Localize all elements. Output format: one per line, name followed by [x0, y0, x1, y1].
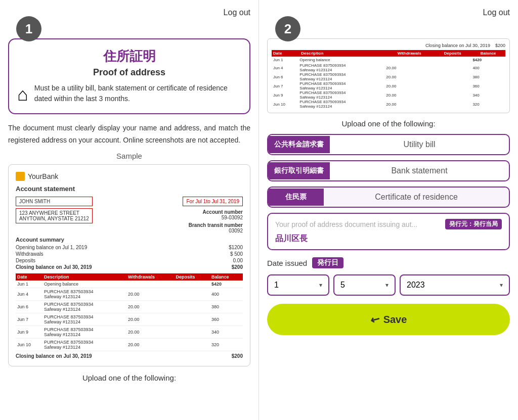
- step-2-circle: 2: [275, 16, 300, 41]
- right-bank-preview: Closing balance on Jul 30, 2019 $200 Dat…: [267, 38, 510, 113]
- save-button[interactable]: ↙ Save: [267, 304, 510, 335]
- bank-transaction-table: Date Description Withdrawals Deposits Ba…: [16, 273, 243, 351]
- upload-label-right: Upload one of the following:: [267, 119, 510, 128]
- bank-address: 123 ANYWHERE STREET ANYTOWN, ANYSTATE 21…: [16, 208, 93, 223]
- bank-logo-name: YourBank: [28, 172, 58, 180]
- left-panel: 1 Log out 住所証明 Proof of address ⌂ Must b…: [0, 0, 259, 420]
- table-row: Jun 1Opening balance$420: [16, 281, 243, 288]
- table-row: Jun 10PURCHASE 837503934Safeway #1231242…: [16, 338, 243, 351]
- year-dropdown[interactable]: 2023 ▾: [400, 274, 510, 296]
- option-certificate-of-residence[interactable]: 住民票 Certificate of residence: [267, 186, 510, 208]
- issuer-value: 品川区長: [275, 234, 502, 244]
- table-row: Jun 9PURCHASE 837503934Safeway #12312420…: [16, 325, 243, 338]
- bank-branch-transit: Branch transit number 03092: [183, 222, 243, 234]
- upload-label-left: Upload one of the following:: [8, 374, 250, 382]
- right-header: Log out: [267, 8, 510, 17]
- bank-period: For Jul 1to Jul 31, 2019: [183, 197, 243, 206]
- option-utility-bill[interactable]: 公共料金請求書 Utility bill: [267, 134, 510, 155]
- issuer-jp-badge: 発行元：発行当局: [445, 219, 502, 229]
- month-chevron-icon: ▾: [319, 282, 322, 289]
- date-dropdowns: 1 ▾ 5 ▾ 2023 ▾: [267, 274, 510, 296]
- bank-sample: YourBank Account statement JOHN SMITH 12…: [8, 164, 250, 366]
- date-issued-row: Date issued 発行日: [267, 257, 510, 268]
- day-chevron-icon: ▾: [385, 282, 388, 289]
- date-issued-jp-label: 発行日: [312, 257, 343, 268]
- option-utility-bill-jp: 公共料金請求書: [268, 136, 330, 153]
- option-certificate-en: Certificate of residence: [324, 188, 509, 207]
- issuer-field[interactable]: Your proof of address document issuing a…: [267, 213, 510, 250]
- left-header: Log out: [8, 8, 250, 17]
- option-bank-statement-en: Bank statement: [330, 161, 509, 180]
- proof-card-title-en: Proof of address: [17, 67, 241, 78]
- issuer-placeholder: Your proof of address document issuing a…: [275, 220, 417, 228]
- arrow-down-icon: ↙: [367, 311, 382, 328]
- table-row: Jun 4PURCHASE 837503934Safeway #12312420…: [16, 288, 243, 300]
- option-utility-bill-en: Utility bill: [330, 135, 509, 154]
- option-bank-statement-jp: 銀行取引明細書: [268, 162, 330, 179]
- right-logout-button[interactable]: Log out: [483, 8, 510, 17]
- date-issued-label: Date issued: [267, 259, 307, 267]
- bank-account-number-label: Account number 59-03092: [183, 209, 243, 220]
- proof-card-description: Must be a utility bill, bank statement o…: [34, 83, 241, 104]
- day-value: 5: [340, 281, 345, 290]
- left-logout-button[interactable]: Log out: [224, 8, 250, 17]
- year-value: 2023: [407, 281, 425, 290]
- option-bank-statement[interactable]: 銀行取引明細書 Bank statement: [267, 160, 510, 181]
- option-certificate-jp: 住民票: [268, 189, 324, 206]
- save-label: Save: [383, 314, 407, 325]
- house-icon: ⌂: [17, 84, 28, 105]
- month-value: 1: [274, 281, 279, 290]
- month-dropdown[interactable]: 1 ▾: [267, 274, 329, 296]
- bank-logo-square: [16, 172, 25, 181]
- bank-name: JOHN SMITH: [16, 197, 93, 206]
- body-description: The document must clearly display your n…: [8, 122, 250, 147]
- proof-card-title-jp: 住所証明: [17, 48, 241, 65]
- bank-account-statement-label: Account statement: [16, 185, 243, 193]
- right-panel: 2 Log out Closing balance on Jul 30, 201…: [259, 0, 518, 420]
- bank-closing-line: Closing balance on Jul 30, 2019 $200: [16, 353, 243, 359]
- bank-summary: Account summary Opening balance on Jul 1…: [16, 237, 243, 270]
- step-1-circle: 1: [16, 16, 41, 41]
- day-dropdown[interactable]: 5 ▾: [333, 274, 396, 296]
- table-row: Jun 7PURCHASE 837503934Safeway #12312420…: [16, 313, 243, 325]
- table-row: Jun 6PURCHASE 837503934Safeway #12312420…: [16, 300, 243, 313]
- proof-card: 住所証明 Proof of address ⌂ Must be a utilit…: [8, 38, 250, 114]
- sample-label: Sample: [8, 152, 250, 160]
- year-chevron-icon: ▾: [500, 282, 503, 289]
